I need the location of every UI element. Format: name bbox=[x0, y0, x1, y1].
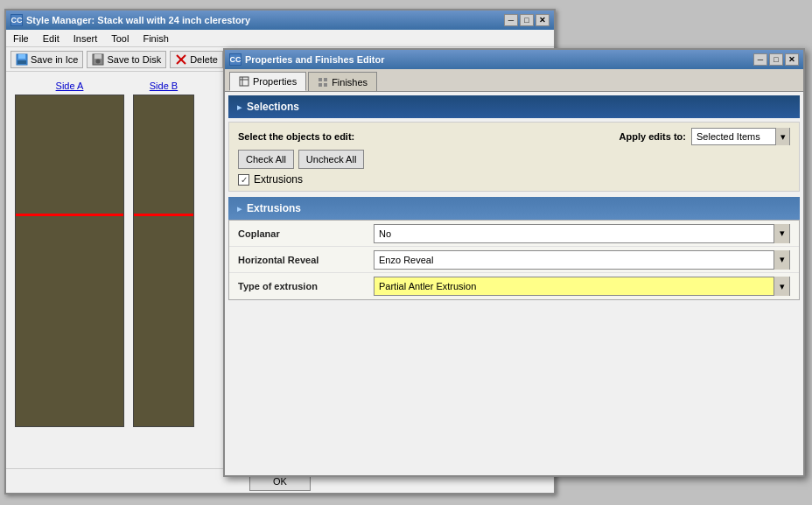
side-b-panel: Side B bbox=[133, 81, 194, 466]
style-manager-icon: CC bbox=[10, 14, 23, 26]
extrusion-type-label: Type of extrusion bbox=[238, 281, 374, 291]
extrusions-section-label: Extrusions bbox=[247, 202, 301, 214]
properties-title: Properties and Finishes Editor bbox=[245, 54, 385, 65]
side-a-panel: Side A bbox=[15, 81, 124, 466]
tab-finishes[interactable]: Finishes bbox=[308, 72, 377, 91]
coplanar-label: Coplanar bbox=[238, 228, 374, 239]
menu-tool[interactable]: Tool bbox=[108, 33, 132, 44]
coplanar-arrow[interactable]: ▾ bbox=[774, 224, 789, 243]
select-objects-row: Select the objects to edit: Apply edits … bbox=[238, 128, 790, 145]
check-buttons-row: Check All Uncheck All bbox=[238, 150, 790, 169]
minimize-button[interactable]: ─ bbox=[504, 14, 518, 26]
svg-rect-14 bbox=[324, 83, 327, 87]
tab-properties[interactable]: Properties bbox=[229, 72, 306, 91]
coplanar-value: No bbox=[374, 228, 774, 239]
horizontal-reveal-label: Horizontal Reveal bbox=[238, 255, 374, 265]
prop-maximize-button[interactable]: □ bbox=[769, 53, 783, 66]
selections-header: ▸ Selections bbox=[228, 95, 800, 118]
extrusions-collapse-arrow[interactable]: ▸ bbox=[237, 204, 242, 214]
close-button[interactable]: ✕ bbox=[536, 14, 550, 26]
style-manager-title: Style Manager: Stack wall with 24 inch c… bbox=[26, 15, 250, 25]
side-a-canvas bbox=[15, 95, 124, 427]
maximize-button[interactable]: □ bbox=[520, 14, 534, 26]
selections-label: Selections bbox=[247, 101, 299, 113]
properties-window: CC Properties and Finishes Editor ─ □ ✕ … bbox=[223, 48, 805, 477]
tab-bar: Properties Finishes bbox=[225, 69, 803, 92]
prop-title-left: CC Properties and Finishes Editor bbox=[229, 53, 385, 66]
save-disk-button[interactable]: Save to Disk bbox=[87, 51, 166, 68]
tab-finishes-label: Finishes bbox=[332, 77, 368, 88]
extrusion-type-value: Partial Antler Extrusion bbox=[374, 281, 774, 291]
finishes-tab-icon bbox=[318, 77, 328, 88]
title-bar-controls: ─ □ ✕ bbox=[504, 14, 550, 26]
extrusions-section-header: ▸ Extrusions bbox=[228, 197, 800, 220]
coplanar-row: Coplanar No ▾ bbox=[229, 221, 799, 247]
selections-body: Select the objects to edit: Apply edits … bbox=[228, 122, 800, 192]
title-bar-left: CC Style Manager: Stack wall with 24 inc… bbox=[10, 14, 250, 26]
prop-title-controls: ─ □ ✕ bbox=[753, 53, 799, 66]
menu-file[interactable]: File bbox=[10, 33, 32, 44]
horizontal-reveal-dropdown[interactable]: Enzo Reveal ▾ bbox=[374, 250, 790, 270]
apply-edits-value: Selected Items bbox=[692, 131, 775, 142]
extrusion-type-row: Type of extrusion Partial Antler Extrusi… bbox=[229, 273, 799, 299]
save-disk-label: Save to Disk bbox=[107, 54, 161, 65]
properties-tab-icon bbox=[239, 76, 249, 87]
tab-properties-label: Properties bbox=[253, 76, 297, 87]
save-ice-label: Save in Ice bbox=[31, 54, 78, 65]
extrusions-checkbox-row: ✓ Extrusions bbox=[238, 173, 790, 186]
side-a-red-line bbox=[16, 214, 123, 216]
check-all-button[interactable]: Check All bbox=[238, 150, 294, 169]
selections-collapse-arrow[interactable]: ▸ bbox=[237, 102, 242, 112]
extrusions-checkbox[interactable]: ✓ bbox=[238, 174, 249, 186]
properties-icon: CC bbox=[229, 53, 242, 66]
uncheck-all-button[interactable]: Uncheck All bbox=[298, 150, 364, 169]
properties-title-bar: CC Properties and Finishes Editor ─ □ ✕ bbox=[225, 50, 803, 69]
svg-rect-1 bbox=[18, 54, 25, 59]
svg-rect-11 bbox=[318, 78, 322, 81]
prop-close-button[interactable]: ✕ bbox=[785, 53, 799, 66]
apply-edits-label: Apply edits to: bbox=[620, 131, 686, 142]
save-ice-button[interactable]: Save in Ice bbox=[10, 51, 83, 68]
save-disk-icon bbox=[92, 53, 104, 66]
prop-minimize-button[interactable]: ─ bbox=[753, 53, 767, 66]
extrusions-checkbox-label: Extrusions bbox=[254, 173, 303, 186]
svg-point-5 bbox=[96, 59, 101, 63]
apply-edits-arrow[interactable]: ▾ bbox=[775, 128, 789, 145]
apply-edits-row: Apply edits to: Selected Items ▾ bbox=[620, 128, 790, 145]
menu-edit[interactable]: Edit bbox=[39, 33, 63, 44]
menu-bar: File Edit Insert Tool Finish bbox=[6, 30, 554, 47]
apply-edits-dropdown[interactable]: Selected Items ▾ bbox=[691, 128, 790, 145]
horizontal-reveal-row: Horizontal Reveal Enzo Reveal ▾ bbox=[229, 247, 799, 273]
extrusion-type-dropdown[interactable]: Partial Antler Extrusion ▾ bbox=[374, 277, 790, 296]
delete-button[interactable]: Delete bbox=[170, 51, 223, 68]
svg-rect-8 bbox=[240, 77, 248, 86]
delete-icon bbox=[175, 53, 187, 66]
menu-insert[interactable]: Insert bbox=[70, 33, 102, 44]
side-b-red-line bbox=[134, 214, 193, 216]
menu-finish[interactable]: Finish bbox=[139, 33, 172, 44]
svg-rect-13 bbox=[318, 83, 322, 87]
save-ice-icon bbox=[16, 53, 28, 66]
horizontal-reveal-arrow[interactable]: ▾ bbox=[774, 250, 789, 270]
select-objects-label: Select the objects to edit: bbox=[238, 131, 354, 142]
delete-label: Delete bbox=[190, 54, 218, 65]
extrusion-type-arrow[interactable]: ▾ bbox=[774, 277, 789, 296]
side-a-label[interactable]: Side A bbox=[56, 81, 84, 91]
svg-rect-12 bbox=[324, 78, 327, 81]
horizontal-reveal-value: Enzo Reveal bbox=[374, 255, 774, 265]
svg-rect-2 bbox=[18, 60, 26, 64]
extrusions-body: Coplanar No ▾ Horizontal Reveal Enzo Rev… bbox=[228, 220, 800, 300]
coplanar-dropdown[interactable]: No ▾ bbox=[374, 224, 790, 243]
side-b-label[interactable]: Side B bbox=[150, 81, 178, 91]
style-manager-title-bar: CC Style Manager: Stack wall with 24 inc… bbox=[6, 11, 554, 30]
svg-rect-4 bbox=[94, 54, 102, 59]
side-b-canvas bbox=[133, 95, 194, 427]
